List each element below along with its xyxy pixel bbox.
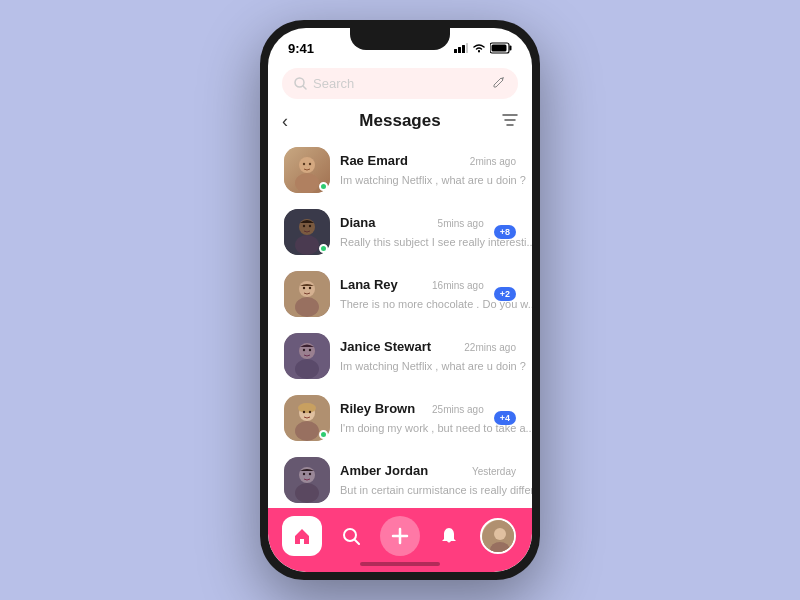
svg-point-38 [295,483,319,503]
svg-rect-0 [454,49,457,53]
sender-name: Lana Rey [340,277,398,292]
message-top: Amber Jordan Yesterday [340,463,516,478]
avatar [284,271,330,317]
message-item[interactable]: Riley Brown 25mins ago I'm doing my work… [278,387,522,449]
svg-point-11 [299,157,315,173]
message-content: Diana 5mins ago Really this subject I se… [340,215,484,250]
message-item[interactable]: Diana 5mins ago Really this subject I se… [278,201,522,263]
status-time: 9:41 [288,41,314,56]
nav-home-button[interactable] [282,516,322,556]
message-content: Amber Jordan Yesterday But in certain cu… [340,463,516,498]
messages-header: ‹ Messages [268,107,532,139]
message-top: Rae Emard 2mins ago [340,153,516,168]
header-title: Messages [359,111,440,131]
online-indicator [319,182,328,191]
message-time: 2mins ago [470,156,516,167]
back-button[interactable]: ‹ [282,111,288,132]
phone-screen: 9:41 [268,28,532,572]
battery-icon [490,42,512,54]
svg-rect-2 [462,45,465,53]
message-preview: Im watching Netflix , what are u doin ? [340,360,526,372]
sender-name: Diana [340,215,375,230]
svg-point-32 [295,421,319,441]
svg-point-22 [295,297,319,317]
svg-point-17 [295,235,319,255]
message-top: Lana Rey 16mins ago [340,277,484,292]
filter-button[interactable] [502,113,518,130]
online-indicator [319,244,328,253]
compose-icon[interactable] [492,75,506,92]
svg-point-19 [309,225,311,227]
unread-badge: +8 [494,225,516,239]
svg-point-18 [303,225,305,227]
sender-name: Rae Emard [340,153,408,168]
message-item[interactable]: Lana Rey 16mins ago There is no more cho… [278,263,522,325]
svg-rect-6 [510,46,512,51]
message-time: 22mins ago [464,342,516,353]
signal-icon [454,43,468,53]
filter-icon [502,113,518,127]
svg-point-12 [295,173,319,193]
nav-profile-button[interactable] [478,516,518,556]
message-preview: But in certain curmistance is really dif… [340,484,532,496]
svg-point-34 [303,411,305,413]
message-item[interactable]: Amber Jordan Yesterday But in certain cu… [278,449,522,508]
message-content: Lana Rey 16mins ago There is no more cho… [340,277,484,312]
message-item[interactable]: Rae Emard 2mins ago Im watching Netflix … [278,139,522,201]
svg-rect-7 [492,45,507,52]
search-icon [294,77,307,90]
notch [350,28,450,50]
message-preview: Im watching Netflix , what are u doin ? [340,174,526,186]
svg-rect-3 [466,43,468,53]
avatar-wrap [284,457,330,503]
svg-point-41 [344,529,356,541]
search-nav-icon [342,527,360,545]
nav-avatar [480,518,516,554]
home-indicator [360,562,440,566]
nav-avatar-img [482,520,516,554]
add-icon [391,527,409,545]
message-time: 25mins ago [432,404,484,415]
svg-point-21 [299,281,315,297]
svg-line-9 [303,86,306,89]
search-placeholder: Search [313,76,486,91]
svg-rect-1 [458,47,461,53]
sender-name: Amber Jordan [340,463,428,478]
message-content: Rae Emard 2mins ago Im watching Netflix … [340,153,516,188]
nav-search-button[interactable] [331,516,371,556]
message-time: 5mins ago [438,218,484,229]
message-item[interactable]: Janice Stewart 22mins ago Im watching Ne… [278,325,522,387]
bell-icon [440,527,458,545]
svg-point-46 [494,528,506,540]
svg-point-29 [309,349,311,351]
status-icons [454,42,512,54]
svg-point-24 [309,287,311,289]
search-bar[interactable]: Search [282,68,518,99]
message-top: Janice Stewart 22mins ago [340,339,516,354]
avatar [284,333,330,379]
avatar-wrap [284,147,330,193]
phone-frame: 9:41 [260,20,540,580]
message-top: Diana 5mins ago [340,215,484,230]
svg-point-13 [303,163,305,165]
avatar-wrap [284,209,330,255]
svg-point-27 [295,359,319,379]
sender-name: Riley Brown [340,401,415,416]
message-content: Riley Brown 25mins ago I'm doing my work… [340,401,484,436]
messages-list: Rae Emard 2mins ago Im watching Netflix … [268,139,532,508]
home-icon [293,527,311,545]
wifi-icon [472,43,486,53]
svg-point-4 [478,51,480,53]
nav-bell-button[interactable] [429,516,469,556]
unread-badge: +4 [494,411,516,425]
svg-point-40 [309,473,311,475]
svg-point-23 [303,287,305,289]
avatar-wrap [284,271,330,317]
compose-svg [492,75,506,89]
nav-add-button[interactable] [380,516,420,556]
avatar-wrap [284,333,330,379]
svg-point-14 [309,163,311,165]
avatar [284,457,330,503]
message-time: 16mins ago [432,280,484,291]
online-indicator [319,430,328,439]
